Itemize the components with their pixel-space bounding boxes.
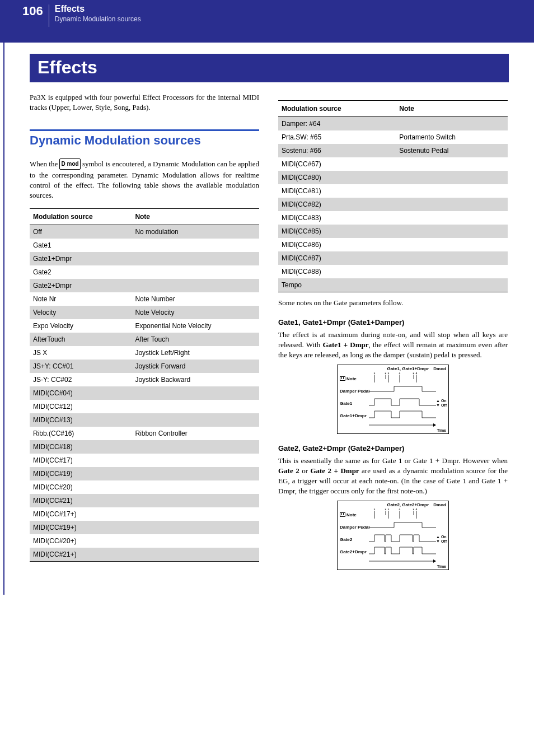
off-label: Off — [441, 403, 447, 407]
cell-source: MIDI(CC#86) — [278, 238, 396, 251]
cell-source: MIDI(CC#81) — [278, 184, 396, 198]
table-row: JS XJoystick Left/Right — [30, 346, 259, 360]
n: 3 — [416, 508, 418, 511]
n: 1 — [388, 372, 390, 375]
table-row: Gate1+Dmpr — [30, 252, 259, 265]
table-row: OffNo modulation — [30, 225, 259, 239]
n: 2 — [385, 508, 387, 511]
row-label-damper: Damper Pedal — [338, 524, 369, 531]
cell-note — [396, 198, 508, 211]
th-note: Note — [132, 209, 259, 225]
cell-source: JS-Y: CC#02 — [30, 373, 132, 386]
diagram-title: Gate1, Gate1+Dmpr — [387, 366, 429, 371]
right-intro: Some notes on the Gate parameters follow… — [278, 298, 508, 308]
bold: Gate 2 + Dmpr — [310, 466, 359, 475]
cell-source: MIDI(CC#13) — [30, 413, 132, 427]
cell-source: MIDI(CC#19) — [30, 467, 132, 480]
time-label: Time — [338, 428, 448, 433]
table-row: Gate1 — [30, 239, 259, 252]
table-row: MIDI(CC#17+) — [30, 507, 259, 521]
keyboard-icon — [340, 376, 345, 381]
dmod-label: Dmod — [433, 502, 446, 507]
cell-note — [132, 507, 259, 521]
n: 3 — [399, 372, 401, 375]
table-row: MIDI(CC#18) — [30, 440, 259, 454]
cell-source: JS+Y: CC#01 — [30, 360, 132, 373]
table-row: Gate2+Dmpr — [30, 279, 259, 292]
table-row: MIDI(CC#19+) — [30, 521, 259, 534]
cell-note — [132, 279, 259, 292]
cell-note — [396, 278, 508, 292]
off-label: Off — [441, 539, 447, 543]
cell-note — [132, 400, 259, 413]
cell-note — [132, 252, 259, 265]
cell-note — [132, 534, 259, 548]
table-row: MIDI(CC#20) — [30, 480, 259, 494]
cell-source: MIDI(CC#83) — [278, 211, 396, 225]
modulation-table-left: Modulation source Note OffNo modulationG… — [30, 208, 259, 562]
cell-note — [132, 413, 259, 427]
cell-source: Expo Velocity — [30, 319, 132, 333]
cell-source: Velocity — [30, 306, 132, 319]
table-row: Prta.SW: #65Portamento Switch — [278, 130, 508, 144]
cell-source: MIDI(CC#82) — [278, 198, 396, 211]
bold: Gate 2 — [278, 466, 299, 475]
intro-paragraph: Pa3X is equipped with four powerful Effe… — [30, 92, 259, 113]
text: When the — [30, 160, 59, 168]
gate1-heading: Gate1, Gate1+Dmpr (Gate1+Damper) — [278, 318, 508, 326]
row-label-gate1dmpr: Gate1+Dmpr — [338, 412, 369, 419]
cell-source: AfterTouch — [30, 333, 132, 346]
table-row: MIDI(CC#12) — [30, 400, 259, 413]
row-label-note: Note — [346, 376, 357, 381]
cell-note — [132, 494, 259, 507]
table-row: MIDI(CC#21+) — [30, 548, 259, 562]
dmod-icon: D mod — [59, 158, 80, 170]
cell-source: MIDI(CC#85) — [278, 225, 396, 238]
cell-source: Gate2 — [30, 265, 132, 279]
cell-note — [396, 251, 508, 265]
cell-note — [396, 265, 508, 278]
n: 2 — [385, 372, 387, 375]
cell-source: Gate1+Dmpr — [30, 252, 132, 265]
cell-note — [132, 440, 259, 454]
cell-note — [132, 521, 259, 534]
table-row: JS-Y: CC#02Joystick Backward — [30, 373, 259, 386]
keyboard-icon — [340, 512, 345, 517]
table-row: MIDI(CC#86) — [278, 238, 508, 251]
cell-note — [132, 454, 259, 467]
svg-marker-15 — [433, 559, 436, 563]
cell-note — [396, 211, 508, 225]
cell-source: MIDI(CC#88) — [278, 265, 396, 278]
cell-note — [132, 548, 259, 562]
n: 2 — [413, 508, 415, 511]
gate2-body: This is essentially the same as for Gate… — [278, 456, 508, 496]
gate1-diagram: Gate1, Gate1+Dmpr Dmod Note 1 — [337, 365, 449, 434]
cell-source: Off — [30, 225, 132, 239]
section-body: When the D mod symbol is encoutered, a D… — [30, 159, 259, 200]
diagram-title: Gate2, Gate2+Dmpr — [387, 502, 429, 507]
table-row: MIDI(CC#17) — [30, 454, 259, 467]
cell-source: Gate2+Dmpr — [30, 279, 132, 292]
cell-note: After Touch — [132, 333, 259, 346]
cell-note: Joystick Backward — [132, 373, 259, 386]
page-number: 106 — [22, 3, 49, 19]
cell-note — [396, 225, 508, 238]
chapter-title: Effects — [30, 54, 509, 82]
bold: Gate1 + Dmpr — [322, 340, 368, 349]
table-row: MIDI(CC#83) — [278, 211, 508, 225]
cell-note — [396, 117, 508, 131]
n: 1 — [374, 372, 376, 375]
cell-note — [396, 238, 508, 251]
cell-note: Joystick Left/Right — [132, 346, 259, 360]
header-title: Effects — [55, 3, 141, 15]
on-label: On — [441, 535, 447, 539]
cell-source: MIDI(CC#04) — [30, 386, 132, 400]
cell-source: MIDI(CC#20+) — [30, 534, 132, 548]
cell-note — [396, 171, 508, 184]
cell-note: Note Velocity — [132, 306, 259, 319]
th-note: Note — [396, 101, 508, 117]
table-row: MIDI(CC#20+) — [30, 534, 259, 548]
cell-note — [132, 467, 259, 480]
cell-note — [132, 239, 259, 252]
text: This is essentially the same as for Gate… — [278, 456, 508, 465]
